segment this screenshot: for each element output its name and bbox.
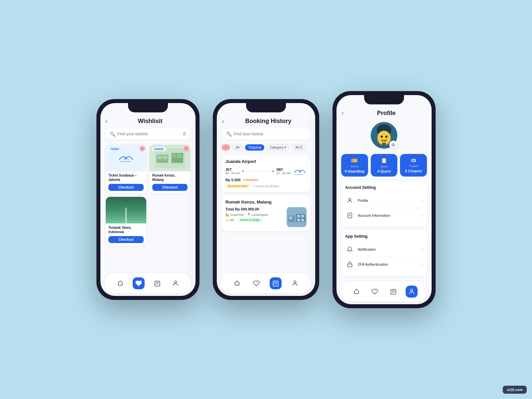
hotel-superhost: 🏡 Superhost <box>225 213 244 216</box>
card-close-hotel[interactable]: × <box>184 146 189 151</box>
svg-rect-4 <box>158 156 162 159</box>
filter-all[interactable]: All <box>232 144 243 151</box>
hotel-total: Total Rp 500.000,00 <box>225 207 284 211</box>
card-title-place: Tumpak Sewu, Indonesia <box>108 225 144 234</box>
flight-dot-line <box>242 171 274 172</box>
camera-badge[interactable] <box>389 141 397 149</box>
nav-list-profile[interactable] <box>387 286 399 298</box>
coupon-value: 2 Coupon <box>405 169 422 173</box>
setting-account-info[interactable]: Account Information › <box>345 208 423 223</box>
flight-from-time: 08 : 00 AM <box>225 172 240 175</box>
wishlist-search-bar[interactable]: 🔍 ⠿ <box>106 129 190 139</box>
nav-heart-wishlist[interactable] <box>133 277 145 289</box>
wishlist-header: ‹ Wishlisit <box>100 115 196 126</box>
account-settings-section: Account Setting Profile › Account Inform… <box>341 181 427 227</box>
card-title-ticket: Ticket Surabaya – Jakarta <box>108 173 144 182</box>
phone-wishlist: ‹ Wishlisit 🔍 ⠿ Ticket × <box>96 99 200 300</box>
filter-alld[interactable]: All D <box>292 144 306 151</box>
profile-title: Profile <box>346 110 426 117</box>
checkout-btn-hotel[interactable]: Checkout <box>152 184 188 191</box>
setting-notification[interactable]: Notification › <box>345 242 423 257</box>
hotel-info: Total Rp 500.000,00 🏡 Superhost 📍 Landun… <box>225 207 307 227</box>
nav-user-profile[interactable] <box>406 286 418 298</box>
filter-icon[interactable]: ⠿ <box>183 131 186 137</box>
svg-rect-23 <box>273 281 278 286</box>
stat-coupon[interactable]: 🎟 Coupon 2 Coupon <box>400 154 427 177</box>
nav-home-booking[interactable] <box>231 277 243 289</box>
booking-title: Booking History <box>226 118 310 125</box>
nav-home-profile[interactable] <box>350 286 362 298</box>
quest-icon: 📋 <box>381 157 387 164</box>
booking-card-flight: Juanda Airport JKT 08 : 00 AM <box>221 155 311 192</box>
wishlist-card-hotel: Hotels × <box>150 145 190 194</box>
back-button-wishlist[interactable]: ‹ <box>106 118 107 124</box>
award-label: Award <box>351 165 358 168</box>
garuda-logo-booking: Garuda Indonesia <box>293 167 307 176</box>
flight-class-badge: Business Class <box>225 184 250 188</box>
svg-rect-5 <box>163 156 167 159</box>
stat-quest[interactable]: 📋 Quest 4 Quest <box>371 154 398 177</box>
hotel-thumbnail <box>287 207 307 227</box>
nav-heart-profile[interactable] <box>369 286 381 298</box>
svg-rect-21 <box>297 219 300 221</box>
nav-home-wishlist[interactable] <box>114 277 126 289</box>
bottom-nav-profile <box>340 282 428 302</box>
hotel-checkin-row: ⭐ 4/5 Check In Today <box>225 218 284 222</box>
nav-list-wishlist[interactable] <box>151 277 163 289</box>
svg-point-42 <box>411 289 413 291</box>
account-setting-title: Account Setting <box>345 185 423 190</box>
profile-label: Profile <box>358 199 422 202</box>
card-image-place: Place × <box>106 197 146 223</box>
booking-search-icon: 🔍 <box>226 131 232 137</box>
notification-icon <box>345 245 354 254</box>
card-close-ticket[interactable]: × <box>140 146 145 151</box>
flight-price: Rp 5.000 <box>225 178 240 182</box>
svg-point-13 <box>299 171 301 173</box>
booking-search-bar[interactable]: 🔍 <box>222 129 310 139</box>
award-icon: 🎫 <box>351 157 358 164</box>
2fa-label: 2FA Authentication <box>358 262 422 266</box>
svg-rect-7 <box>173 154 176 158</box>
nav-heart-booking[interactable] <box>250 277 262 289</box>
booking-list: Juanda Airport JKT 08 : 00 AM <box>217 153 315 271</box>
flight-from-code: JKT <box>225 168 240 172</box>
2fa-arrow: › <box>422 262 423 267</box>
filter-category[interactable]: Category ▾ <box>266 144 290 151</box>
account-info-label: Account Information <box>358 213 422 217</box>
setting-profile[interactable]: Profile › <box>345 193 423 208</box>
checkout-btn-ticket[interactable]: Checkout <box>108 184 144 191</box>
app-settings-section: App Setting Notification › 2FA Authentic… <box>341 230 427 276</box>
setting-2fa[interactable]: 2FA Authentication › <box>345 257 423 272</box>
booking-search-input[interactable] <box>234 132 306 136</box>
card-tag-ticket: Ticket <box>108 147 122 151</box>
nav-user-wishlist[interactable] <box>170 277 182 289</box>
svg-text:Garuda Indonesia: Garuda Indonesia <box>294 174 303 175</box>
nav-list-booking[interactable] <box>270 277 282 289</box>
hotel-location: 📍 Landungsari <box>247 213 268 216</box>
profile-icon <box>345 196 354 205</box>
hotel-checkin-badge: Check In Today <box>237 218 262 222</box>
card-title-hotel: Rumah Kenzo, Malang <box>152 173 188 182</box>
nav-user-booking[interactable] <box>289 277 301 289</box>
svg-text:Garuda Indonesia: Garuda Indonesia <box>120 161 131 162</box>
back-button-booking[interactable]: ‹ <box>222 118 224 124</box>
stat-award[interactable]: 🎫 Award 0 Awarding <box>341 154 368 177</box>
checkout-btn-place[interactable]: Checkout <box>108 236 144 243</box>
booking-header: ‹ Booking History <box>217 115 315 126</box>
profile-arrow: › <box>422 198 423 203</box>
svg-rect-9 <box>155 281 160 286</box>
filter-ongoing[interactable]: Ongoing <box>245 144 264 151</box>
flight-to-time: 10 : 20 AM <box>276 172 291 175</box>
stats-row: 🎫 Award 0 Awarding 📋 Quest 4 Quest 🎟 Cou… <box>336 154 432 177</box>
back-button-profile[interactable]: ‹ <box>342 110 343 116</box>
avatar-wrap <box>371 122 397 149</box>
coupon-icon: 🎟 <box>411 157 416 163</box>
svg-rect-22 <box>301 219 304 221</box>
wishlist-search-input[interactable] <box>117 132 183 136</box>
svg-rect-19 <box>297 215 300 217</box>
notification-label: Notification <box>358 247 422 251</box>
2fa-icon <box>345 260 354 269</box>
svg-point-31 <box>385 136 387 138</box>
filter-clear[interactable]: × <box>221 144 230 151</box>
notification-arrow: › <box>422 247 423 252</box>
